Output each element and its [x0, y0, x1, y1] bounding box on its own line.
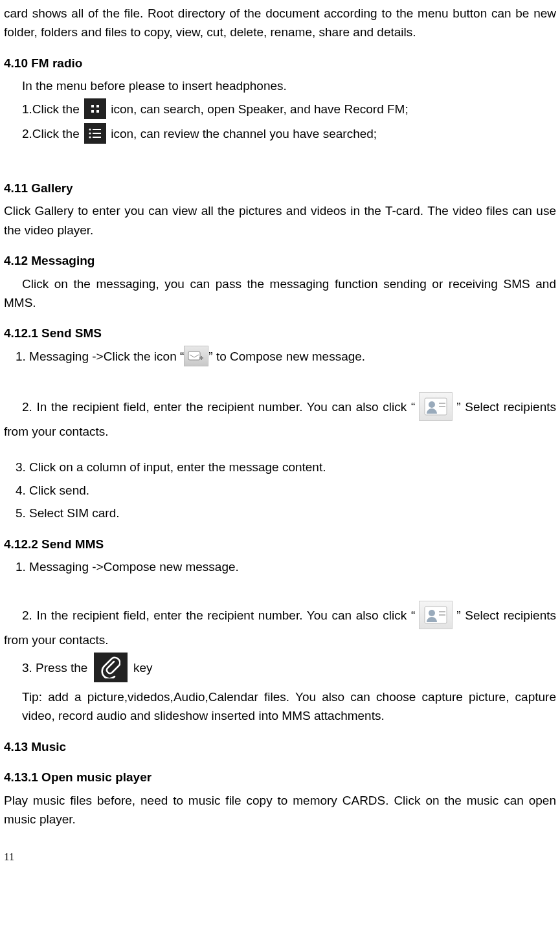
fm-step1-suffix: icon, can search, open Speaker, and have…	[111, 102, 408, 116]
svg-point-8	[429, 401, 435, 408]
svg-point-2	[89, 132, 91, 134]
svg-rect-6	[188, 352, 200, 360]
svg-rect-1	[93, 129, 101, 130]
intro-paragraph: card shows all of the file. Root directo…	[4, 4, 556, 42]
fm-step2-suffix: icon, can review the channel you have se…	[111, 127, 377, 140]
heading-4-12: 4.12 Messaging	[4, 251, 556, 270]
heading-4-11: 4.11 Gallery	[4, 179, 556, 197]
send-mms-step-3: 3. Press the key	[4, 654, 556, 684]
svg-rect-13	[439, 611, 445, 612]
svg-rect-9	[439, 403, 445, 404]
send-mms-tip: Tip: add a picture,videdos,Audio,Calenda…	[4, 687, 556, 726]
heading-4-12-2: 4.12.2 Send MMS	[4, 535, 556, 553]
heading-4-13-1: 4.13.1 Open music player	[4, 768, 556, 787]
paperclip-icon	[94, 653, 128, 682]
page-number: 11	[4, 849, 556, 865]
messaging-paragraph: Click on the messaging, you can pass the…	[4, 274, 556, 313]
fm-radio-step-2: 2.Click the icon, can review the channel…	[4, 124, 556, 145]
svg-rect-3	[93, 133, 101, 134]
svg-point-12	[429, 610, 435, 616]
contact-card-icon	[419, 601, 453, 629]
svg-rect-5	[93, 137, 101, 138]
fm-radio-intro: In the menu before please to insert head…	[4, 76, 556, 95]
open-music-player-paragraph: Play music files before, need to music f…	[4, 791, 556, 829]
fm-step2-prefix: 2.Click the	[22, 127, 83, 140]
svg-rect-14	[439, 614, 445, 616]
send-sms-step-3: 3. Click on a column of input, enter the…	[4, 458, 556, 476]
heading-4-12-1: 4.12.1 Send SMS	[4, 324, 556, 342]
mms-step2-prefix: 2. In the recipient field, enter the rec…	[4, 608, 415, 622]
contact-card-icon	[419, 392, 453, 421]
menu-dots-icon	[84, 98, 106, 119]
mms-step3-suffix: key	[133, 661, 153, 675]
gallery-paragraph: Click Gallery to enter you can view all …	[4, 201, 556, 240]
svg-point-0	[89, 128, 91, 130]
heading-4-10: 4.10 FM radio	[4, 54, 556, 73]
send-sms-step-1: 1. Messaging ->Click the icon “ ” to Com…	[4, 347, 556, 368]
heading-4-13: 4.13 Music	[4, 737, 556, 756]
send-sms-step-2: 2. In the recipient field, enter the rec…	[4, 394, 556, 441]
send-sms-step-4: 4. Click send.	[4, 481, 556, 500]
fm-radio-step-1: 1.Click the icon, can search, open Speak…	[4, 100, 556, 120]
sms-step1-prefix: 1. Messaging ->Click the icon “	[16, 350, 184, 363]
send-mms-step-1: 1. Messaging ->Compose new message.	[4, 557, 556, 576]
mms-step3-prefix: 3. Press the	[22, 661, 91, 675]
sms-step1-suffix: ” to Compose new message.	[208, 350, 365, 363]
list-lines-icon	[84, 123, 106, 144]
svg-point-4	[89, 136, 91, 138]
send-mms-step-2: 2. In the recipient field, enter the rec…	[4, 602, 556, 649]
send-sms-step-5: 5. Select SIM card.	[4, 504, 556, 522]
svg-rect-10	[439, 406, 445, 407]
fm-step1-prefix: 1.Click the	[22, 102, 83, 116]
sms-step2-prefix: 2. In the recipient field, enter the rec…	[4, 400, 415, 414]
compose-message-icon	[184, 346, 208, 366]
